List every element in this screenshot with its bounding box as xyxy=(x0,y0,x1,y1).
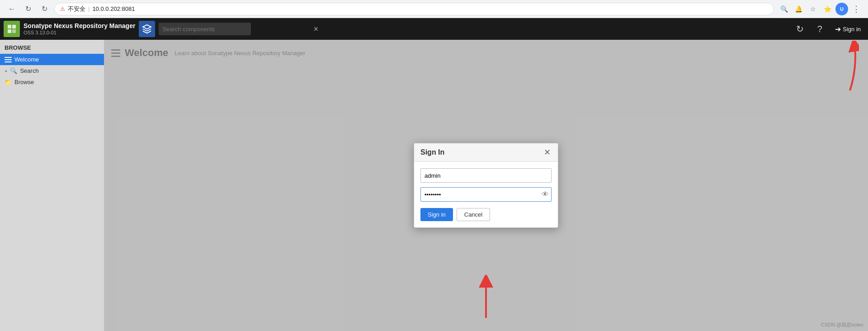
svg-rect-2 xyxy=(8,29,11,33)
content-area: Welcome Learn about Sonatype Nexus Repos… xyxy=(104,40,868,331)
app-header: Sonatype Nexus Repository Manager OSS 3.… xyxy=(0,18,868,40)
app-title: Sonatype Nexus Repository Manager xyxy=(24,22,135,30)
browser-bookmark-manager-button[interactable]: ⭐ xyxy=(821,3,834,15)
search-components-input[interactable] xyxy=(159,23,251,35)
hamburger-icon xyxy=(5,57,12,62)
help-button[interactable]: ? xyxy=(811,21,828,37)
browser-notification-button[interactable]: 🔔 xyxy=(792,3,805,15)
sidebar-item-browse[interactable]: 📁 Browse xyxy=(0,76,104,88)
security-warning-text: 不安全 xyxy=(68,5,85,13)
modal-overlay: Sign In ✕ 👁 Sign in Cancel xyxy=(104,40,868,331)
app-logo xyxy=(4,21,20,37)
watermark: CSDN @我是koten xyxy=(821,322,863,328)
main-layout: Browse Welcome + 🔍 Search 📁 Browse xyxy=(0,40,868,331)
password-input[interactable] xyxy=(420,187,552,202)
sidebar-section-header: Browse xyxy=(0,42,104,54)
browser-bookmark-button[interactable]: ☆ xyxy=(807,3,819,15)
search-icon: 🔍 xyxy=(10,67,17,74)
search-container: ✕ xyxy=(159,23,321,35)
signin-icon: ➔ xyxy=(835,25,841,33)
folder-icon: 📁 xyxy=(5,79,12,85)
forward-button[interactable]: ↻ xyxy=(22,3,34,15)
password-toggle-button[interactable]: 👁 xyxy=(542,190,549,199)
svg-rect-1 xyxy=(12,25,16,28)
sidebar-welcome-label: Welcome xyxy=(14,56,39,63)
address-bar[interactable]: ⚠ 不安全 | 10.0.0.202:8081 xyxy=(54,3,774,15)
dialog-footer: Sign in Cancel xyxy=(414,208,558,227)
browser-menu-button[interactable]: ⋮ xyxy=(850,3,863,15)
reload-button[interactable]: ↻ xyxy=(38,3,51,15)
dialog-header: Sign In ✕ xyxy=(414,143,558,162)
nexus-logo-icon xyxy=(6,24,17,34)
separator: | xyxy=(88,5,90,12)
dialog-body: 👁 xyxy=(414,162,558,208)
dialog-close-button[interactable]: ✕ xyxy=(542,148,552,157)
search-clear-button[interactable]: ✕ xyxy=(313,25,319,33)
signin-submit-button[interactable]: Sign in xyxy=(420,208,453,221)
refresh-button[interactable]: ↻ xyxy=(792,21,808,37)
sidebar-search-label: Search xyxy=(20,67,38,74)
cancel-button[interactable]: Cancel xyxy=(457,208,490,221)
sidebar-item-search[interactable]: + 🔍 Search xyxy=(0,65,104,76)
svg-rect-3 xyxy=(12,29,16,33)
url-text: 10.0.0.202:8081 xyxy=(92,5,135,12)
sidebar-item-welcome[interactable]: Welcome xyxy=(0,54,104,65)
profile-avatar[interactable]: U xyxy=(835,3,848,15)
signin-button[interactable]: ➔ Sign in xyxy=(831,23,864,35)
plus-icon: + xyxy=(5,68,7,74)
security-warning-icon: ⚠ xyxy=(60,6,65,12)
cube-icon xyxy=(142,24,152,34)
browser-search-button[interactable]: 🔍 xyxy=(778,3,790,15)
nav-cube-button[interactable] xyxy=(139,21,155,37)
sidebar: Browse Welcome + 🔍 Search 📁 Browse xyxy=(0,40,104,331)
browser-chrome: ← ↻ ↻ ⚠ 不安全 | 10.0.0.202:8081 🔍 🔔 ☆ ⭐ U … xyxy=(0,0,868,18)
back-button[interactable]: ← xyxy=(5,3,18,15)
signin-dialog: Sign In ✕ 👁 Sign in Cancel xyxy=(414,143,558,228)
signin-label: Sign in xyxy=(843,26,861,33)
app-title-box: Sonatype Nexus Repository Manager OSS 3.… xyxy=(24,22,135,36)
username-input[interactable] xyxy=(420,168,552,183)
browser-actions: 🔍 🔔 ☆ ⭐ U ⋮ xyxy=(778,3,863,15)
arrow-bottom-center xyxy=(472,275,500,322)
app-subtitle: OSS 3.13.0-01 xyxy=(24,30,135,36)
svg-rect-0 xyxy=(8,25,11,28)
sidebar-browse-label: Browse xyxy=(14,79,34,85)
password-wrapper: 👁 xyxy=(420,187,552,202)
dialog-title: Sign In xyxy=(420,148,444,156)
